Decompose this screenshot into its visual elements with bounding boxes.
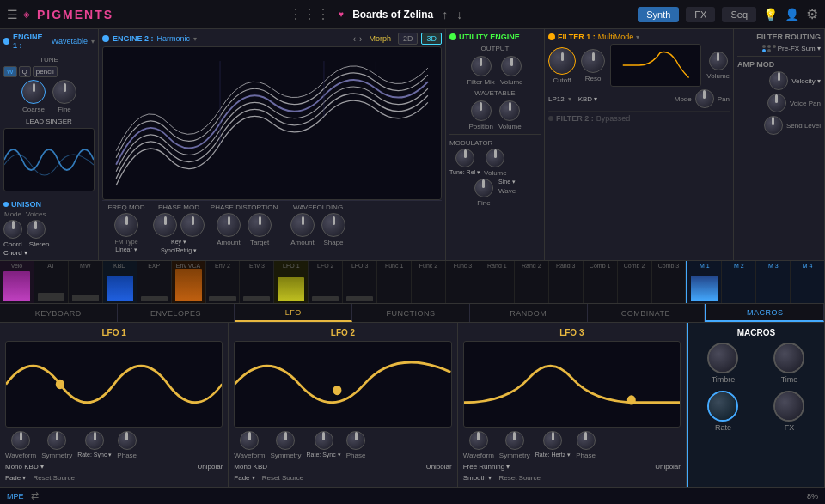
mini-bar-m1[interactable]: M 1 [686, 261, 722, 303]
lfo2-symmetry-knob[interactable] [276, 431, 295, 450]
mod-fine-knob[interactable] [474, 179, 493, 197]
mode-2d[interactable]: 2D [398, 33, 419, 45]
lfo3-rate-label[interactable]: Rate: Hertz ▾ [535, 452, 571, 458]
lp12-label[interactable]: LP12 [548, 95, 565, 103]
send-level-knob[interactable] [764, 116, 783, 135]
macro-rate-knob[interactable] [707, 391, 738, 422]
lfo3-waveform-knob[interactable] [469, 431, 488, 450]
next-morph[interactable]: › [359, 34, 362, 44]
lfo2-phase-knob[interactable] [346, 431, 365, 450]
wavefold-amount-knob[interactable] [290, 213, 315, 237]
lfo3-display[interactable] [463, 341, 681, 428]
lfo1-rate-label[interactable]: Rate: Sync ▾ [77, 452, 112, 458]
mini-bar-m2[interactable]: M 2 [722, 261, 756, 303]
tab-functions[interactable]: FUNCTIONS [352, 304, 470, 322]
wavefold-shape-knob[interactable] [321, 213, 345, 237]
macro-timbre-knob[interactable] [707, 343, 738, 373]
mini-bar-func1[interactable]: Func 1 [377, 261, 412, 303]
mini-bar-mw[interactable]: MW [69, 261, 103, 303]
engine2-type[interactable]: Harmonic [157, 34, 191, 43]
lfo3-smooth[interactable]: Smooth ▾ [463, 474, 492, 482]
filter1-arrow[interactable]: ▾ [636, 33, 639, 41]
lightbulb-icon[interactable]: 💡 [763, 8, 778, 21]
pre-fx-label[interactable]: Pre-FX Sum ▾ [778, 45, 821, 52]
tab-macros[interactable]: MACROS [705, 304, 824, 322]
mini-bar-kbd[interactable]: KBD [103, 261, 138, 303]
mini-bar-at[interactable]: AT [34, 261, 69, 303]
mini-bar-env3[interactable]: Env 3 [240, 261, 274, 303]
mini-bar-lfo2[interactable]: LFO 2 [309, 261, 343, 303]
tab-lfo[interactable]: LFO [235, 304, 352, 322]
lfo2-display[interactable] [234, 341, 451, 428]
phase-mod-knob1[interactable] [153, 213, 177, 237]
lfo1-fade[interactable]: Fade ▾ [5, 474, 26, 482]
util-volume-knob[interactable] [501, 56, 522, 76]
lfo1-waveform-knob[interactable] [11, 431, 30, 450]
lfo2-fade[interactable]: Fade ▾ [234, 474, 254, 482]
lfo1-symmetry-knob[interactable] [47, 431, 66, 450]
coarse-knob[interactable] [21, 80, 46, 104]
phase-dist-amount-knob[interactable] [217, 213, 241, 237]
lfo1-display[interactable] [5, 341, 223, 428]
kbd-label[interactable]: KBD ▾ [578, 95, 598, 103]
amp-volume-knob[interactable] [769, 71, 788, 90]
tab-combinate[interactable]: COMBINATE [588, 304, 706, 322]
mini-bar-comb1[interactable]: Comb 1 [584, 261, 618, 303]
gear-icon[interactable]: ⚙ [806, 6, 818, 22]
macro-fx-knob[interactable] [773, 391, 804, 422]
mini-bar-rand1[interactable]: Rand 1 [480, 261, 515, 303]
position-knob[interactable] [471, 100, 492, 121]
mini-bar-m4[interactable]: M 4 [791, 261, 824, 303]
tab-synth[interactable]: Synth [638, 7, 679, 22]
mini-bar-rand3[interactable]: Rand 3 [549, 261, 584, 303]
lfo3-rate-knob[interactable] [543, 431, 562, 450]
mini-bar-velo[interactable]: Velo [0, 261, 34, 303]
mini-bar-exp[interactable]: EXP [138, 261, 172, 303]
morph-display[interactable] [102, 46, 442, 200]
phase-mod-sync[interactable]: Sync/Retrig ▾ [161, 247, 197, 254]
tab-random[interactable]: RANDOM [470, 304, 588, 322]
lfo1-phase-knob[interactable] [118, 431, 137, 450]
lfo2-rate-knob[interactable] [315, 431, 333, 450]
mod-volume-knob[interactable] [486, 149, 504, 167]
lfo3-symmetry-knob[interactable] [505, 431, 524, 450]
equalizer-icon[interactable]: ⋮⋮⋮ [289, 6, 330, 22]
engine1-waveform[interactable] [3, 128, 95, 191]
unison-voices-knob[interactable] [27, 220, 46, 239]
filter1-pan-knob[interactable] [695, 89, 714, 108]
menu-icon[interactable]: ☰ [7, 8, 18, 21]
wt-volume-knob[interactable] [499, 100, 520, 121]
mini-bar-comb3[interactable]: Comb 3 [652, 261, 687, 303]
tab-envelopes[interactable]: ENVELOPES [118, 304, 235, 322]
preset-name[interactable]: Boards of Zelina [352, 9, 433, 21]
tune-rel-label[interactable]: Tune: Rel ▾ [449, 169, 480, 176]
w-button[interactable]: W [3, 66, 17, 77]
lfo1-rate-knob[interactable] [85, 431, 104, 450]
tab-seq[interactable]: Seq [722, 7, 756, 22]
filter1-volume-knob[interactable] [709, 52, 728, 70]
phase-dist-target-knob[interactable] [248, 213, 272, 237]
next-preset-button[interactable]: ↓ [456, 8, 462, 21]
fm-linear-dropdown[interactable]: Linear ▾ [115, 246, 137, 253]
macro-time-knob[interactable] [773, 343, 804, 373]
q-button[interactable]: Q [19, 66, 31, 77]
mini-bar-lfo1[interactable]: LFO 1 [274, 261, 309, 303]
mini-bar-rand2[interactable]: Rand 2 [515, 261, 549, 303]
phase-mod-key[interactable]: Key ▾ [171, 239, 186, 246]
lfo2-rate-label[interactable]: Rate: Sync ▾ [306, 452, 340, 458]
lfo3-phase-knob[interactable] [577, 431, 596, 450]
lfo2-waveform-knob[interactable] [240, 431, 259, 450]
engine1-type[interactable]: Wavetable [52, 37, 88, 46]
mini-bar-lfo3[interactable]: LFO 3 [343, 261, 377, 303]
lfo3-free-running[interactable]: Free Running ▾ [463, 463, 510, 471]
user-icon[interactable]: 👤 [785, 8, 799, 21]
cutoff-knob[interactable] [548, 47, 576, 75]
tab-fx[interactable]: FX [686, 7, 715, 22]
engine1-dropdown-arrow[interactable]: ▾ [91, 38, 95, 46]
mod-tune-knob[interactable] [455, 149, 474, 167]
fine-knob[interactable] [52, 80, 76, 104]
freq-mod-knob[interactable] [114, 213, 138, 237]
prev-morph[interactable]: ‹ [353, 34, 356, 44]
voice-pan-knob[interactable] [767, 94, 786, 112]
heart-icon[interactable]: ♥ [339, 9, 344, 19]
